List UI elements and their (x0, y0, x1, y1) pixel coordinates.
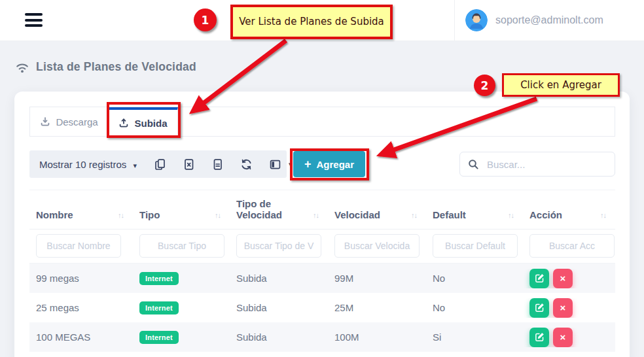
tipo-badge: Internet (139, 272, 179, 285)
column-header-label: Tipo de Velocidad (236, 198, 287, 220)
table-row: 99 megas Internet Subida 99M No × (29, 264, 615, 293)
column-header-nombre[interactable]: Nombre↑↓ (29, 190, 133, 229)
cell-velocidad: 100M (328, 332, 426, 343)
delete-button[interactable]: × (553, 298, 573, 318)
x-icon: × (560, 273, 566, 284)
file-lines-icon[interactable] (211, 158, 224, 171)
user-menu[interactable]: soporte@adminolt.com (454, 0, 644, 41)
edit-button[interactable] (529, 269, 549, 288)
x-icon: × (560, 302, 566, 313)
table-header-row: Nombre↑↓ Tipo↑↓ Tipo de Velocidad↑↓ Velo… (29, 190, 615, 230)
wifi-icon (14, 61, 30, 74)
records-per-page-label: Mostrar 10 registros (39, 159, 126, 170)
edit-pencil-icon (535, 332, 545, 342)
column-header-tipo-velocidad[interactable]: Tipo de Velocidad↑↓ (230, 190, 328, 229)
edit-pencil-icon (535, 303, 545, 313)
table-row: 25 megas Internet Subida 25M No × (29, 293, 615, 322)
column-header-label: Acción (529, 209, 562, 220)
tab-descarga-label: Descarga (56, 116, 98, 128)
annotation-rect-agregar-button (290, 148, 369, 180)
search-input[interactable] (486, 158, 607, 171)
user-avatar (465, 9, 488, 31)
column-header-label: Default (433, 209, 466, 220)
tipo-badge: Internet (139, 331, 179, 344)
copy-icon[interactable] (154, 158, 166, 171)
filter-tipo-velocidad-input[interactable] (236, 234, 321, 258)
annotation-rect-subida-tab (107, 102, 181, 138)
cell-default: No (426, 302, 523, 313)
sort-icon: ↑↓ (118, 211, 124, 220)
cell-tipo-velocidad: Subida (230, 332, 328, 343)
user-email: soporte@adminolt.com (495, 14, 603, 26)
search-box (459, 152, 615, 177)
columns-icon (269, 158, 281, 171)
toolbar-left-bar: Mostrar 10 registros ▾ (29, 150, 287, 178)
column-header-default[interactable]: Default↑↓ (426, 190, 523, 229)
caret-down-icon: ▾ (134, 162, 137, 169)
search-icon (468, 159, 479, 170)
column-header-label: Tipo (139, 209, 160, 220)
filter-accion-input[interactable] (529, 234, 615, 258)
delete-button[interactable]: × (553, 328, 573, 347)
records-per-page-dropdown[interactable]: Mostrar 10 registros ▾ (39, 159, 137, 170)
export-buttons: ▾ (154, 158, 293, 171)
filter-velocidad-input[interactable] (334, 234, 420, 258)
excel-file-icon[interactable] (183, 158, 195, 171)
table-row: 100 MEGAS Internet Subida 100M Si × (29, 322, 615, 352)
column-visibility-dropdown[interactable]: ▾ (269, 158, 293, 171)
sort-icon: ↑↓ (215, 211, 221, 220)
sort-icon: ↑↓ (313, 211, 319, 220)
cell-nombre: 99 megas (29, 273, 133, 284)
filter-nombre-input[interactable] (36, 234, 121, 258)
cell-default: Si (426, 332, 523, 343)
cell-velocidad: 99M (328, 273, 426, 284)
page-header: Lista de Planes de Velocidad (14, 60, 196, 74)
annotation-step-1-badge: 1 (194, 8, 217, 31)
edit-button[interactable] (529, 298, 549, 318)
plans-table: Nombre↑↓ Tipo↑↓ Tipo de Velocidad↑↓ Velo… (29, 190, 615, 352)
edit-pencil-icon (535, 273, 545, 283)
cell-nombre: 25 megas (29, 302, 133, 313)
column-header-tipo[interactable]: Tipo↑↓ (133, 190, 230, 229)
sort-icon: ↑↓ (411, 211, 417, 220)
cell-velocidad: 25M (328, 302, 426, 313)
annotation-step-2-badge: 2 (474, 75, 495, 96)
column-header-label: Nombre (36, 209, 73, 220)
tab-descarga[interactable]: Descarga (30, 107, 109, 136)
column-header-label: Velocidad (334, 209, 380, 220)
x-icon: × (560, 332, 566, 343)
column-header-velocidad[interactable]: Velocidad↑↓ (328, 190, 426, 229)
cell-default: No (426, 273, 523, 284)
cell-tipo-velocidad: Subida (230, 302, 328, 313)
sort-icon: ↑↓ (600, 211, 606, 220)
filter-tipo-input[interactable] (139, 234, 224, 258)
filter-default-input[interactable] (433, 234, 518, 258)
cell-nombre: 100 MEGAS (29, 332, 133, 343)
sort-icon: ↑↓ (508, 211, 514, 220)
annotation-step-2-label: Click en Agregar (502, 73, 620, 97)
cell-tipo-velocidad: Subida (230, 273, 328, 284)
page-title: Lista de Planes de Velocidad (36, 60, 196, 74)
table-filter-row (29, 230, 615, 264)
column-header-accion[interactable]: Acción↑↓ (523, 190, 615, 229)
tipo-badge: Internet (139, 301, 179, 314)
hamburger-menu-icon[interactable] (25, 13, 43, 27)
refresh-icon[interactable] (240, 158, 253, 171)
download-icon (40, 116, 50, 127)
delete-button[interactable]: × (553, 269, 573, 288)
edit-button[interactable] (529, 328, 549, 347)
annotation-step-1-label: Ver Lista de Planes de Subida (230, 5, 393, 39)
